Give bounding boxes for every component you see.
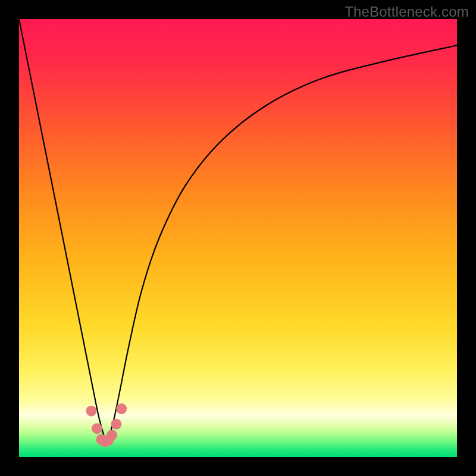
highlight-marker [107, 430, 117, 440]
highlight-markers [86, 403, 127, 447]
watermark-text: TheBottleneck.com [345, 4, 469, 20]
plot-area [19, 19, 457, 457]
chart-frame: TheBottleneck.com [0, 0, 476, 476]
highlight-marker [111, 419, 121, 430]
highlight-marker [92, 423, 102, 434]
curve-layer [19, 19, 457, 457]
highlight-marker [86, 406, 96, 416]
highlight-marker [116, 403, 127, 414]
bottleneck-curve [19, 19, 457, 440]
